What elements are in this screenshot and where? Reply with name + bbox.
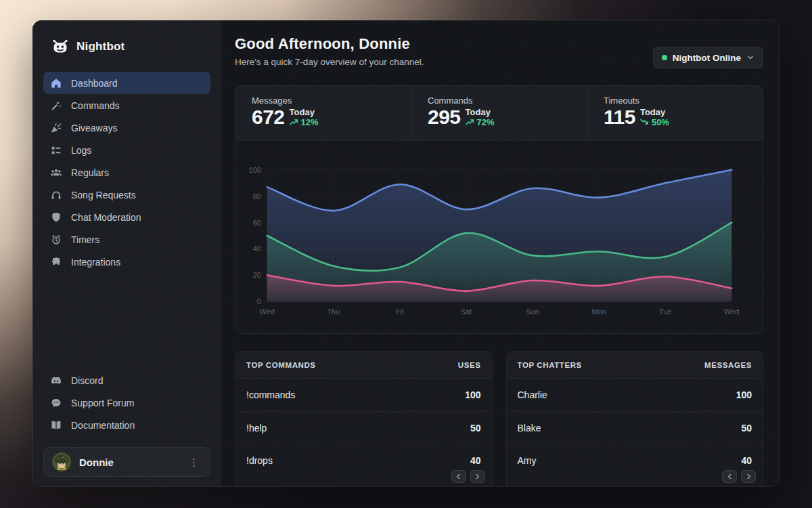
stat-trend-value: 72% bbox=[477, 117, 495, 127]
stat-value: 115 bbox=[604, 106, 635, 128]
pagination bbox=[722, 470, 756, 483]
sidebar-link-support-forum[interactable]: Support Forum bbox=[43, 391, 210, 414]
sidebar-item-dashboard[interactable]: Dashboard bbox=[43, 72, 210, 94]
sidebar-item-label: Integrations bbox=[71, 257, 120, 268]
sidebar-item-label: Dashboard bbox=[71, 78, 118, 89]
sidebar-links: Discord Support Forum Documentation bbox=[43, 369, 210, 436]
table-row: Charlie 100 bbox=[507, 379, 763, 411]
top-commands-card: TOP COMMANDS USES !commands 100 !help 50… bbox=[235, 351, 493, 486]
tables-row: TOP COMMANDS USES !commands 100 !help 50… bbox=[235, 351, 763, 486]
sidebar-item-label: Commands bbox=[71, 100, 120, 111]
svg-text:80: 80 bbox=[253, 192, 261, 200]
sidebar-item-label: Logs bbox=[71, 145, 91, 156]
chatter-messages: 100 bbox=[736, 389, 752, 400]
svg-text:Thu: Thu bbox=[327, 308, 340, 316]
table-value-header: MESSAGES bbox=[704, 361, 752, 369]
stat-label: Messages bbox=[252, 96, 394, 106]
sidebar-item-label: Chat Moderation bbox=[71, 212, 141, 223]
stat-trend-value: 50% bbox=[652, 117, 669, 127]
home-icon bbox=[50, 77, 62, 89]
trend-up-icon bbox=[290, 117, 298, 127]
stat-label: Commands bbox=[428, 96, 570, 106]
app-logo: Nightbot bbox=[43, 37, 210, 57]
puzzle-icon bbox=[50, 256, 62, 268]
svg-text:100: 100 bbox=[249, 166, 261, 174]
discord-icon bbox=[50, 375, 62, 387]
kebab-menu-icon[interactable]: ⋮ bbox=[186, 456, 202, 469]
sidebar-link-discord[interactable]: Discord bbox=[43, 369, 210, 391]
svg-text:Tue: Tue bbox=[659, 308, 671, 316]
sidebar-item-integrations[interactable]: Integrations bbox=[43, 251, 210, 273]
headphones-icon bbox=[50, 189, 62, 201]
svg-text:Sat: Sat bbox=[461, 308, 472, 316]
sidebar-spacer bbox=[43, 273, 210, 369]
sidebar-item-song-requests[interactable]: Song Requests bbox=[43, 184, 210, 206]
stat-label: Timeouts bbox=[604, 96, 746, 106]
online-status-dot bbox=[662, 55, 667, 60]
list-icon bbox=[50, 144, 62, 156]
avatar bbox=[52, 452, 71, 471]
trend-down-icon bbox=[640, 117, 649, 127]
table-row: !commands 100 bbox=[235, 379, 492, 411]
bot-status-label: Nightbot Online bbox=[673, 53, 741, 63]
greeting-block: Good Afternoon, Donnie Here's a quick 7-… bbox=[235, 35, 424, 67]
sidebar-item-logs[interactable]: Logs bbox=[43, 139, 210, 161]
user-name: Donnie bbox=[79, 457, 178, 468]
pagination bbox=[451, 470, 485, 483]
sidebar-link-label: Documentation bbox=[71, 420, 135, 431]
pagination-next-button[interactable] bbox=[470, 470, 485, 483]
svg-text:Fri: Fri bbox=[396, 308, 405, 316]
chatter-messages: 40 bbox=[741, 455, 752, 466]
command-name: !drops bbox=[246, 455, 273, 466]
chatter-name: Amy bbox=[518, 455, 537, 466]
user-card[interactable]: Donnie ⋮ bbox=[43, 447, 210, 477]
app-name: Nightbot bbox=[76, 40, 125, 54]
pagination-prev-button[interactable] bbox=[451, 470, 466, 483]
svg-text:Wed: Wed bbox=[260, 308, 275, 316]
svg-text:Mon: Mon bbox=[591, 308, 606, 316]
command-uses: 100 bbox=[465, 389, 480, 400]
stat-commands: Commands 295 Today 72% bbox=[411, 86, 587, 140]
pagination-next-button[interactable] bbox=[741, 470, 756, 483]
sidebar-item-timers[interactable]: Timers bbox=[43, 228, 210, 251]
stat-timeouts: Timeouts 115 Today 50% bbox=[587, 86, 763, 140]
sidebar-link-documentation[interactable]: Documentation bbox=[43, 414, 210, 436]
page-title: Good Afternoon, Donnie bbox=[235, 35, 424, 53]
sidebar-nav: Dashboard Commands Giveaways Logs bbox=[43, 72, 210, 273]
chat-bubble-icon bbox=[50, 397, 62, 409]
sidebar-item-label: Song Requests bbox=[71, 190, 136, 200]
sidebar-item-label: Timers bbox=[71, 234, 99, 245]
bot-status-button[interactable]: Nightbot Online bbox=[653, 47, 763, 68]
overview-chart: 020406080100WedThuFriSatSunMonTueWed bbox=[235, 141, 763, 333]
stat-period: Today bbox=[640, 108, 669, 117]
stat-messages: Messages 672 Today 12% bbox=[235, 86, 411, 140]
wand-icon bbox=[50, 100, 62, 112]
table-title: TOP COMMANDS bbox=[246, 361, 316, 369]
sidebar-item-chat-moderation[interactable]: Chat Moderation bbox=[43, 206, 210, 228]
svg-text:Sun: Sun bbox=[526, 308, 539, 316]
users-icon bbox=[50, 167, 62, 179]
command-name: !commands bbox=[246, 389, 295, 400]
main-content: Good Afternoon, Donnie Here's a quick 7-… bbox=[221, 20, 780, 486]
table-value-header: USES bbox=[458, 361, 481, 369]
shield-icon bbox=[50, 211, 62, 224]
stat-period: Today bbox=[290, 108, 319, 117]
chatter-messages: 50 bbox=[741, 423, 752, 433]
sidebar-item-giveaways[interactable]: Giveaways bbox=[43, 117, 210, 139]
nightbot-app-window: Nightbot Dashboard Commands Giveaways bbox=[32, 20, 780, 486]
pagination-prev-button[interactable] bbox=[722, 470, 737, 483]
sidebar: Nightbot Dashboard Commands Giveaways bbox=[32, 20, 221, 486]
chatter-name: Blake bbox=[518, 423, 541, 433]
overview-card: Messages 672 Today 12% Commands bbox=[235, 85, 763, 334]
sidebar-item-commands[interactable]: Commands bbox=[43, 94, 210, 117]
sidebar-item-label: Regulars bbox=[71, 167, 109, 178]
table-title: TOP CHATTERS bbox=[518, 361, 582, 369]
page-header: Good Afternoon, Donnie Here's a quick 7-… bbox=[235, 35, 763, 68]
trend-up-icon bbox=[466, 117, 474, 127]
stat-value: 295 bbox=[428, 106, 461, 128]
stat-trend-value: 12% bbox=[301, 117, 319, 127]
svg-text:40: 40 bbox=[253, 245, 261, 253]
book-icon bbox=[50, 419, 62, 431]
party-popper-icon bbox=[50, 122, 62, 134]
sidebar-item-regulars[interactable]: Regulars bbox=[43, 161, 210, 184]
